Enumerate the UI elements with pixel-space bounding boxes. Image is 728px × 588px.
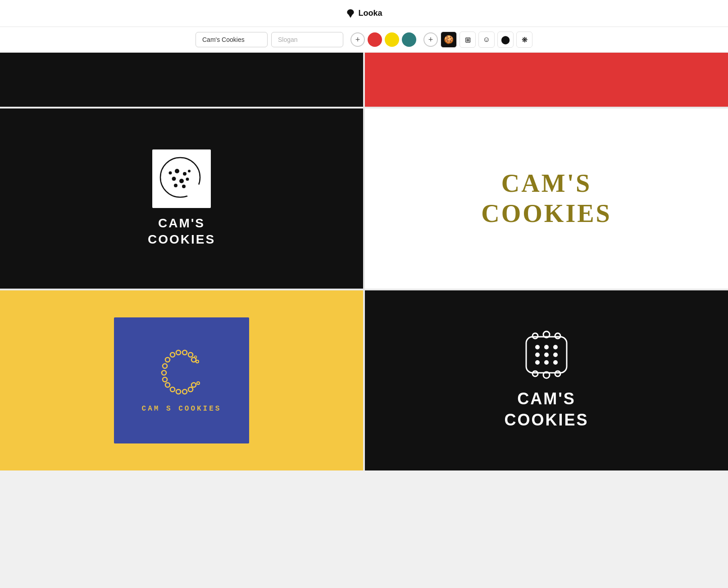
looka-icon — [346, 9, 355, 18]
logo-text: Looka — [358, 9, 382, 18]
header: Looka — [0, 0, 728, 27]
svg-point-7 — [174, 184, 177, 187]
svg-point-27 — [195, 356, 197, 358]
svg-point-26 — [196, 360, 199, 363]
circle-dots-icon-btn[interactable]: ⬤ — [497, 32, 514, 48]
svg-point-30 — [532, 333, 538, 339]
bubble-c-letter — [157, 348, 206, 398]
cookie-svg — [157, 154, 206, 204]
svg-point-10 — [188, 170, 191, 172]
svg-point-4 — [172, 176, 176, 181]
svg-point-19 — [163, 377, 167, 382]
svg-point-36 — [535, 345, 540, 349]
svg-point-38 — [553, 345, 558, 349]
logo-card-1[interactable] — [0, 53, 363, 107]
svg-point-13 — [182, 350, 187, 355]
svg-point-25 — [191, 383, 196, 387]
svg-point-24 — [188, 387, 193, 392]
svg-point-43 — [544, 360, 549, 365]
svg-point-16 — [165, 357, 170, 362]
color-red[interactable] — [368, 32, 382, 47]
cookie-crescent-icon-btn[interactable]: 🍪 — [441, 32, 457, 48]
logo-card-3[interactable]: CAM'S COOKIES — [0, 109, 363, 289]
toolbar: + + 🍪 ⊞ ☺ ⬤ ❋ — [0, 27, 728, 53]
color-yellow[interactable] — [385, 32, 399, 47]
flower-gear-icon: ❋ — [522, 36, 528, 44]
flower-gear-icon-btn[interactable]: ❋ — [516, 32, 532, 48]
waffle-svg — [522, 330, 571, 380]
slogan-input[interactable] — [271, 32, 343, 47]
svg-point-44 — [553, 360, 558, 365]
svg-point-1 — [186, 183, 202, 199]
svg-point-14 — [188, 353, 193, 357]
svg-point-39 — [535, 353, 540, 357]
svg-point-11 — [170, 353, 175, 357]
cookie-box — [152, 149, 211, 208]
svg-point-22 — [176, 389, 181, 394]
svg-point-12 — [176, 350, 181, 355]
circle-dots-icon: ⬤ — [501, 35, 510, 45]
toolbar-colors: + — [350, 32, 416, 47]
card-4-brand-text: CAM'S COOKIES — [481, 168, 611, 229]
waffle-grid-icon: ⊞ — [465, 36, 471, 44]
toolbar-icons: + 🍪 ⊞ ☺ ⬤ ❋ — [423, 32, 532, 48]
svg-point-9 — [182, 185, 186, 188]
svg-point-33 — [532, 371, 538, 376]
waffle-wrapper — [522, 330, 571, 380]
logo-grid: CAM'S COOKIES CAM'S COOKIES — [0, 53, 728, 470]
color-teal[interactable] — [402, 32, 416, 47]
logo-card-2[interactable] — [365, 53, 728, 107]
cookie-face-icon: ☺ — [483, 36, 490, 44]
card-3-brand-text: CAM'S COOKIES — [148, 215, 215, 248]
blue-box: CAM S COOKIES — [114, 317, 249, 443]
svg-point-41 — [553, 353, 558, 357]
toolbar-inputs — [196, 32, 343, 47]
svg-point-3 — [183, 172, 187, 176]
svg-point-37 — [544, 345, 549, 349]
waffle-grid-icon-btn[interactable]: ⊞ — [460, 32, 476, 48]
svg-point-6 — [186, 177, 189, 181]
cookie-crescent-icon: 🍪 — [444, 35, 454, 45]
svg-point-18 — [162, 371, 166, 375]
add-icon-button[interactable]: + — [423, 32, 438, 47]
svg-point-23 — [182, 389, 187, 394]
logo-card-4[interactable]: CAM'S COOKIES — [365, 109, 728, 289]
logo-card-6[interactable]: CAM'S COOKIES — [365, 290, 728, 470]
looka-logo: Looka — [346, 9, 382, 18]
svg-point-40 — [544, 353, 549, 357]
svg-point-8 — [169, 171, 172, 174]
svg-point-28 — [197, 382, 200, 384]
svg-point-20 — [165, 383, 170, 387]
brand-name-input[interactable] — [196, 32, 268, 47]
svg-point-32 — [555, 333, 560, 339]
cookie-face-icon-btn[interactable]: ☺ — [478, 32, 495, 48]
svg-point-17 — [163, 364, 167, 368]
logo-card-5[interactable]: CAM S COOKIES — [0, 290, 363, 470]
svg-point-35 — [555, 371, 560, 376]
svg-point-2 — [175, 169, 179, 173]
svg-point-42 — [535, 360, 540, 365]
add-color-button[interactable]: + — [350, 32, 365, 47]
card-6-brand-text: CAM'S COOKIES — [504, 389, 588, 431]
card-5-brand-text: CAM S COOKIES — [142, 405, 222, 413]
svg-point-21 — [170, 387, 175, 392]
svg-point-5 — [179, 179, 184, 183]
